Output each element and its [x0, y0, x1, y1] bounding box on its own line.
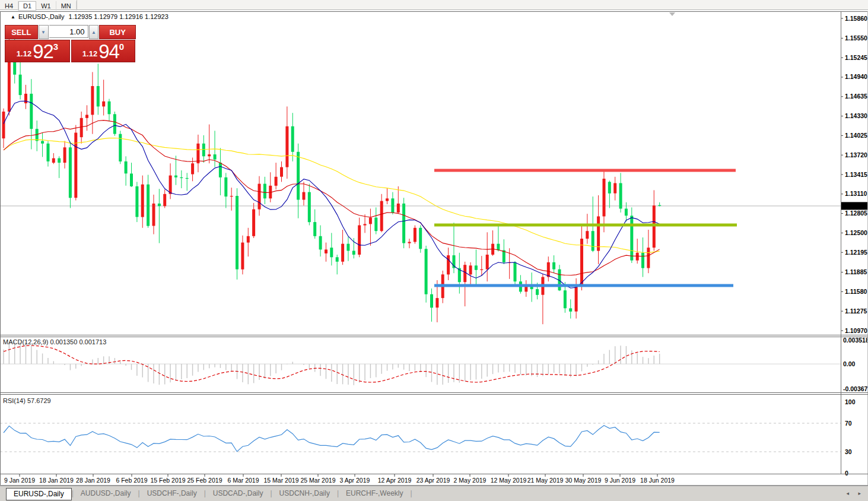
timeframe-toolbar: H4D1W1MN: [0, 0, 868, 9]
macd-histogram: [4, 341, 660, 385]
tab-separator: |: [410, 489, 412, 497]
chart-header: ▲EURUSD-,Daily1.12935 1.12979 1.12916 1.…: [11, 13, 168, 20]
rsi-line: [4, 426, 660, 452]
svg-text:6 Mar 2019: 6 Mar 2019: [227, 477, 259, 484]
svg-text:1.12195: 1.12195: [845, 249, 867, 256]
terminal-window: { "toolbar": { "timeframes": [ {"label":…: [0, 0, 868, 501]
buy-price-pips: 94: [98, 43, 119, 61]
tab-usdcnh-daily[interactable]: USDCNH-,Daily: [272, 488, 337, 499]
autoscroll-marker-icon: [669, 12, 675, 16]
macd-indicator-label: MACD(12,26,9) 0.001350 0.001713: [3, 338, 106, 345]
timeframe-button-w1[interactable]: W1: [36, 1, 56, 11]
svg-text:0: 0: [845, 470, 848, 477]
svg-text:1.11885: 1.11885: [845, 268, 867, 275]
svg-text:1.12923: 1.12923: [844, 202, 866, 209]
timeframe-button-mn[interactable]: MN: [56, 1, 77, 11]
toolbar-separator: [77, 0, 77, 9]
svg-text:2 May 2019: 2 May 2019: [454, 477, 487, 484]
sell-price-point: 3: [53, 40, 58, 52]
svg-text:12 Apr 2019: 12 Apr 2019: [378, 477, 412, 484]
svg-text:1.15245: 1.15245: [845, 54, 867, 61]
sell-price-prefix: 1.12: [17, 49, 31, 58]
sell-price-display[interactable]: 1.12 92 3: [5, 40, 70, 62]
tab-audusd-daily[interactable]: AUDUSD-,Daily: [74, 488, 138, 499]
tab-scroll-right-icon[interactable]: ▸: [858, 490, 861, 496]
svg-text:1.11275: 1.11275: [845, 307, 867, 315]
svg-text:15 Mar 2019: 15 Mar 2019: [264, 477, 299, 484]
sell-price-pips: 92: [33, 43, 53, 61]
svg-text:100: 100: [845, 398, 856, 405]
svg-text:21 May 2019: 21 May 2019: [527, 477, 564, 484]
svg-text:9 Jan 2019: 9 Jan 2019: [4, 477, 35, 484]
svg-text:1.11580: 1.11580: [845, 288, 867, 295]
price-chart-canvas[interactable]: 1.158601.155501.152451.149401.146351.143…: [0, 0, 868, 501]
buy-button[interactable]: BUY: [99, 25, 136, 39]
volume-input[interactable]: [49, 25, 88, 38]
svg-text:1.10970: 1.10970: [845, 327, 867, 334]
svg-text:30 May 2019: 30 May 2019: [565, 477, 602, 484]
candlesticks: [2, 27, 662, 324]
buy-price-prefix: 1.12: [82, 49, 97, 58]
svg-text:9 Jun 2019: 9 Jun 2019: [605, 477, 635, 484]
buy-price-point: 0: [119, 40, 124, 52]
svg-text:3 Apr 2019: 3 Apr 2019: [340, 477, 370, 484]
svg-text:1.13720: 1.13720: [845, 151, 867, 158]
svg-text:1.14940: 1.14940: [845, 73, 867, 80]
chart-tabs: EURUSD-,Daily|AUDUSD-,Daily|USDCHF-,Dail…: [0, 486, 412, 496]
svg-text:1.15860: 1.15860: [845, 15, 867, 22]
tab-usdcad-daily[interactable]: USDCAD-,Daily: [206, 488, 271, 499]
svg-text:28 Jan 2019: 28 Jan 2019: [76, 477, 110, 484]
volume-decrease-button[interactable]: ▼: [39, 25, 49, 39]
svg-text:30: 30: [845, 448, 852, 455]
svg-text:1.13415: 1.13415: [845, 171, 867, 178]
svg-text:18 Jan 2019: 18 Jan 2019: [39, 477, 74, 484]
svg-text:6 Feb 2019: 6 Feb 2019: [116, 477, 147, 484]
one-click-trading-panel: SELL ▼ ▲ BUY 1.12 92 3 1.12 94 0: [5, 25, 136, 62]
svg-text:25 Feb 2019: 25 Feb 2019: [187, 477, 222, 484]
tab-scroll-left-icon[interactable]: ◂: [846, 490, 849, 496]
svg-text:1.14330: 1.14330: [845, 112, 867, 119]
svg-text:12 May 2019: 12 May 2019: [491, 477, 527, 484]
svg-text:1.12805: 1.12805: [845, 210, 867, 217]
tab-usdchf-daily[interactable]: USDCHF-,Daily: [140, 488, 204, 499]
svg-text:0.003518: 0.003518: [843, 337, 868, 344]
tab-eurchf-weekly[interactable]: EURCHF-,Weekly: [339, 488, 410, 499]
svg-text:1.14025: 1.14025: [845, 132, 867, 139]
svg-text:25 Mar 2019: 25 Mar 2019: [301, 477, 336, 484]
svg-text:0.00: 0.00: [843, 360, 856, 367]
svg-text:18 Jun 2019: 18 Jun 2019: [640, 477, 675, 484]
buy-price-display[interactable]: 1.12 94 0: [71, 40, 135, 62]
chart-ohlc-values: 1.12935 1.12979 1.12916 1.12923: [69, 13, 168, 20]
collapse-panel-icon[interactable]: ▲: [11, 14, 15, 20]
svg-text:23 Apr 2019: 23 Apr 2019: [416, 477, 450, 484]
timeframe-button-h4[interactable]: H4: [0, 1, 18, 11]
chart-title: EURUSD-,Daily: [18, 13, 65, 20]
svg-text:1.15550: 1.15550: [845, 34, 867, 42]
svg-text:1.13110: 1.13110: [845, 190, 867, 197]
timeframe-button-d1[interactable]: D1: [18, 1, 36, 11]
chart-tab-bar: EURUSD-,Daily|AUDUSD-,Daily|USDCHF-,Dail…: [0, 486, 868, 501]
svg-text:1.14635: 1.14635: [845, 93, 867, 100]
svg-text:-0.00367: -0.00367: [843, 385, 868, 392]
svg-text:15 Feb 2019: 15 Feb 2019: [151, 477, 186, 484]
sell-button[interactable]: SELL: [5, 25, 38, 39]
rsi-indicator-label: RSI(14) 57.6729: [3, 397, 51, 404]
svg-text:70: 70: [845, 420, 852, 427]
tab-eurusd-daily[interactable]: EURUSD-,Daily: [6, 488, 72, 500]
volume-increase-button[interactable]: ▲: [89, 25, 99, 39]
svg-text:1.12500: 1.12500: [845, 229, 867, 236]
